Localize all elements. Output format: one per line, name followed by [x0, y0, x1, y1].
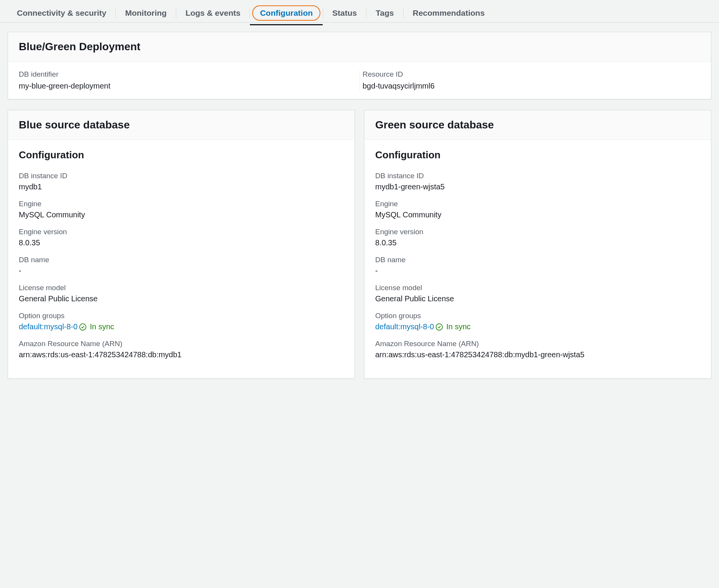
option-group-link[interactable]: default:mysql-8-0 [19, 322, 77, 331]
panel-header: Blue/Green Deployment [8, 32, 711, 62]
field-value: 8.0.35 [19, 238, 344, 247]
field-label: Option groups [19, 312, 344, 320]
green-panel: Green source database Configuration DB i… [364, 110, 711, 379]
field-label: DB name [19, 256, 344, 264]
tab-monitoring[interactable]: Monitoring [116, 4, 176, 22]
field-label: Engine version [19, 228, 344, 236]
green-license-model: License model General Public License [375, 284, 700, 303]
field-label: Engine version [375, 228, 700, 236]
field-value: General Public License [19, 294, 344, 303]
panel-title: Blue/Green Deployment [19, 41, 700, 53]
field-label: License model [375, 284, 700, 292]
field-label: DB name [375, 256, 700, 264]
field-value: arn:aws:rds:us-east-1:478253424788:db:my… [19, 350, 344, 359]
blue-header: Blue source database [8, 110, 355, 140]
blue-license-model: License model General Public License [19, 284, 344, 303]
tab-logs[interactable]: Logs & events [176, 4, 250, 22]
field-value: 8.0.35 [375, 238, 700, 247]
green-option-groups: Option groups default:mysql-8-0 In sync [375, 312, 700, 331]
field-label: Amazon Resource Name (ARN) [375, 340, 700, 348]
field-label: Engine [375, 200, 700, 208]
field-value: mydb1-green-wjsta5 [375, 182, 700, 191]
field-value: - [19, 266, 344, 275]
resource-id-value: bgd-tuvaqsycirljmml6 [363, 82, 700, 90]
tab-recommendations[interactable]: Recommendations [404, 4, 494, 22]
green-db-name: DB name - [375, 256, 700, 275]
resource-id-label: Resource ID [363, 70, 700, 79]
check-circle-icon [435, 323, 443, 331]
field-label: License model [19, 284, 344, 292]
tab-status[interactable]: Status [323, 4, 366, 22]
green-engine-version: Engine version 8.0.35 [375, 228, 700, 247]
db-identifier-value: my-blue-green-deployment [19, 82, 356, 90]
sync-status: In sync [446, 322, 470, 331]
field-value: - [375, 266, 700, 275]
field-label: Amazon Resource Name (ARN) [19, 340, 344, 348]
green-header: Green source database [364, 110, 711, 140]
blue-panel: Blue source database Configuration DB in… [8, 110, 355, 379]
svg-point-1 [436, 324, 443, 330]
field-value: MySQL Community [19, 210, 344, 219]
option-group-link[interactable]: default:mysql-8-0 [375, 322, 434, 331]
blue-option-groups: Option groups default:mysql-8-0 In sync [19, 312, 344, 331]
green-db-instance-id: DB instance ID mydb1-green-wjsta5 [375, 172, 700, 191]
deployment-panel: Blue/Green Deployment DB identifier my-b… [8, 32, 711, 99]
check-circle-icon [79, 323, 87, 331]
field-label: Option groups [375, 312, 700, 320]
blue-db-name: DB name - [19, 256, 344, 275]
field-value: arn:aws:rds:us-east-1:478253424788:db:my… [375, 350, 700, 359]
green-title: Green source database [375, 119, 700, 131]
resource-id-block: Resource ID bgd-tuvaqsycirljmml6 [363, 70, 700, 90]
field-label: Engine [19, 200, 344, 208]
green-section-title: Configuration [375, 149, 700, 161]
blue-title: Blue source database [19, 119, 344, 131]
blue-engine-version: Engine version 8.0.35 [19, 228, 344, 247]
field-value: MySQL Community [375, 210, 700, 219]
tab-tags[interactable]: Tags [366, 4, 403, 22]
field-label: DB instance ID [19, 172, 344, 180]
db-identifier-label: DB identifier [19, 70, 356, 79]
green-arn: Amazon Resource Name (ARN) arn:aws:rds:u… [375, 340, 700, 359]
svg-point-0 [80, 324, 86, 330]
blue-engine: Engine MySQL Community [19, 200, 344, 219]
tab-configuration[interactable]: Configuration [252, 5, 320, 21]
green-engine: Engine MySQL Community [375, 200, 700, 219]
tab-connectivity[interactable]: Connectivity & security [8, 4, 115, 22]
blue-db-instance-id: DB instance ID mydb1 [19, 172, 344, 191]
blue-section-title: Configuration [19, 149, 344, 161]
db-identifier-block: DB identifier my-blue-green-deployment [19, 70, 356, 90]
field-label: DB instance ID [375, 172, 700, 180]
field-value: General Public License [375, 294, 700, 303]
field-value: mydb1 [19, 182, 344, 191]
blue-arn: Amazon Resource Name (ARN) arn:aws:rds:u… [19, 340, 344, 359]
tabs-bar: Connectivity & security Monitoring Logs … [0, 0, 719, 23]
tab-divider [250, 8, 250, 18]
sync-status: In sync [90, 322, 114, 331]
